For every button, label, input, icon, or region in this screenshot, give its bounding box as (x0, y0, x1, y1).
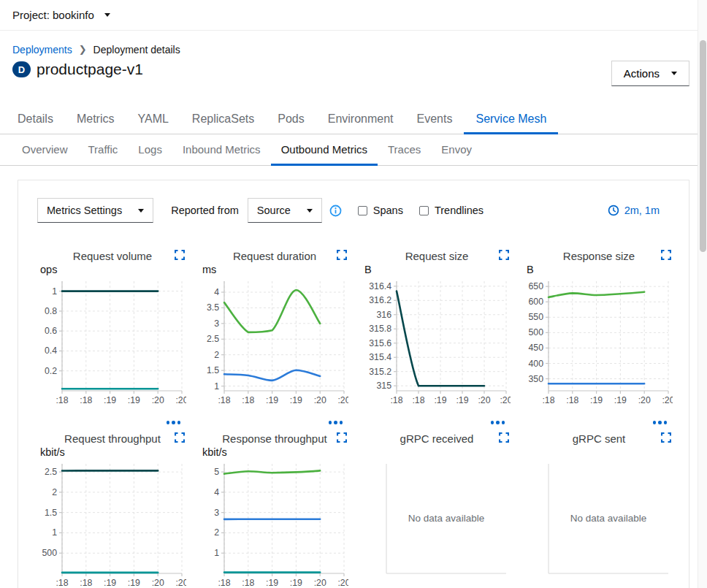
chart-kebab-menu[interactable] (527, 421, 667, 424)
svg-text:1: 1 (52, 527, 57, 538)
expand-icon[interactable] (175, 250, 186, 261)
chart-header: Response throughput (202, 430, 348, 446)
chart-title: Request size (364, 250, 499, 262)
expand-icon[interactable] (499, 250, 511, 261)
page-title: productpage-v1 (37, 61, 143, 78)
chevron-down-icon (671, 72, 677, 75)
svg-text::19: :19 (456, 395, 468, 405)
subtab-outbound-metrics[interactable]: Outbound Metrics (271, 134, 378, 165)
svg-text:400: 400 (528, 359, 543, 369)
expand-icon[interactable] (661, 432, 673, 444)
actions-button[interactable]: Actions (611, 61, 689, 86)
chart-title: Response throughput (202, 432, 337, 445)
tab-yaml[interactable]: YAML (126, 106, 180, 134)
subtab-traffic[interactable]: Traffic (78, 134, 129, 165)
svg-text::18: :18 (242, 395, 254, 405)
svg-text::19: :19 (104, 578, 116, 588)
svg-text:0.2: 0.2 (45, 366, 57, 376)
svg-text::19: :19 (290, 395, 302, 405)
svg-text::18: :18 (412, 395, 424, 405)
chart-header: gRPC received (364, 430, 511, 446)
metrics-settings-label: Metrics Settings (47, 205, 122, 216)
expand-icon[interactable] (337, 432, 348, 444)
breadcrumb-deployments-link[interactable]: Deployments (12, 44, 72, 56)
chart-header: Request throughput (40, 430, 186, 446)
chart-kebab-menu[interactable] (202, 421, 343, 424)
chart-plot: 0.20.40.60.81:18:18:19:19:20:20 (40, 277, 186, 414)
tab-service-mesh[interactable]: Service Mesh (464, 106, 558, 134)
svg-text:3: 3 (214, 508, 219, 518)
svg-text::19: :19 (266, 395, 278, 405)
expand-icon[interactable] (661, 250, 673, 261)
svg-text:5: 5 (214, 467, 219, 477)
svg-text:2.5: 2.5 (207, 334, 219, 344)
tab-pods[interactable]: Pods (266, 106, 316, 134)
chart-header: Request duration (202, 248, 348, 264)
chart-title: Request throughput (40, 432, 175, 445)
svg-text:0.8: 0.8 (45, 306, 57, 316)
svg-text:1.5: 1.5 (207, 365, 219, 375)
svg-text::20: :20 (175, 578, 186, 588)
svg-text:315.2: 315.2 (369, 367, 391, 377)
chart-header: Request volume (40, 248, 186, 264)
tab-events[interactable]: Events (405, 106, 465, 134)
time-range-button[interactable]: 2m, 1m (608, 205, 660, 216)
svg-text:316.4: 316.4 (369, 281, 391, 291)
svg-text:1.5: 1.5 (45, 508, 57, 518)
svg-text:600: 600 (528, 297, 543, 307)
spans-checkbox[interactable] (358, 206, 367, 215)
tab-details[interactable]: Details (6, 106, 65, 134)
chart-request-throughput: Request throughputkbit/s50011.522.5:18:1… (40, 430, 186, 588)
chart-kebab-menu[interactable] (40, 421, 180, 424)
trendlines-checkbox-group[interactable]: Trendlines (419, 205, 484, 216)
charts-grid: Request volumeops0.20.40.60.81:18:18:19:… (40, 248, 689, 588)
svg-text:0.4: 0.4 (45, 345, 57, 356)
chart-plot: 12345:18:18:19:19:20:20 (202, 459, 348, 588)
chart-header: Response size (527, 248, 673, 264)
svg-text:316: 316 (376, 310, 391, 320)
svg-text:1: 1 (52, 286, 57, 297)
reported-from-label: Reported from (171, 205, 239, 216)
subtab-envoy[interactable]: Envoy (431, 134, 482, 165)
chart-kebab-menu[interactable] (364, 421, 505, 424)
reported-from-select[interactable]: Source (248, 198, 322, 223)
chart-title: Response size (527, 250, 661, 262)
tab-environment[interactable]: Environment (316, 106, 405, 134)
scrollbar[interactable] (698, 0, 707, 588)
project-selector[interactable]: Project: bookinfo (12, 9, 110, 21)
chart-unit-label: ops (40, 264, 186, 277)
svg-text:No data available: No data available (408, 513, 484, 524)
chart-plot: No data available (527, 459, 673, 588)
chart-plot: 315315.2315.4315.6315.8316316.2316.4:18:… (364, 277, 511, 414)
metrics-settings-select[interactable]: Metrics Settings (37, 198, 153, 223)
chart-unit-label: B (527, 264, 673, 277)
spans-checkbox-group[interactable]: Spans (358, 205, 403, 216)
svg-text:4: 4 (214, 487, 219, 497)
info-icon[interactable] (329, 205, 342, 217)
sub-tabs: OverviewTrafficLogsInbound MetricsOutbou… (0, 134, 707, 166)
expand-icon[interactable] (499, 432, 511, 444)
breadcrumb: Deployments ❯ Deployment details (12, 44, 689, 56)
tab-replicasets[interactable]: ReplicaSets (180, 106, 266, 134)
svg-text:2: 2 (214, 527, 219, 538)
scrollbar-thumb[interactable] (700, 40, 706, 252)
actions-button-label: Actions (624, 67, 660, 80)
expand-icon[interactable] (337, 250, 348, 261)
trendlines-checkbox[interactable] (419, 206, 429, 215)
chart-unit-label: kbit/s (40, 446, 186, 459)
page: Project: bookinfo Deployments ❯ Deployme… (0, 0, 707, 588)
svg-text::18: :18 (566, 395, 578, 405)
chart-title: Request volume (40, 250, 175, 262)
svg-text:2.5: 2.5 (45, 467, 57, 477)
subtab-traces[interactable]: Traces (378, 134, 431, 165)
svg-text:315: 315 (376, 381, 391, 391)
subtab-overview[interactable]: Overview (12, 134, 78, 165)
subtab-inbound-metrics[interactable]: Inbound Metrics (172, 134, 271, 165)
subtab-logs[interactable]: Logs (128, 134, 172, 165)
metrics-toolbar: Metrics Settings Reported from Source Sp… (18, 180, 689, 223)
expand-icon[interactable] (175, 432, 186, 444)
chevron-down-icon (138, 209, 144, 213)
svg-text::19: :19 (590, 395, 603, 405)
svg-text::19: :19 (128, 578, 140, 588)
tab-metrics[interactable]: Metrics (65, 106, 126, 134)
